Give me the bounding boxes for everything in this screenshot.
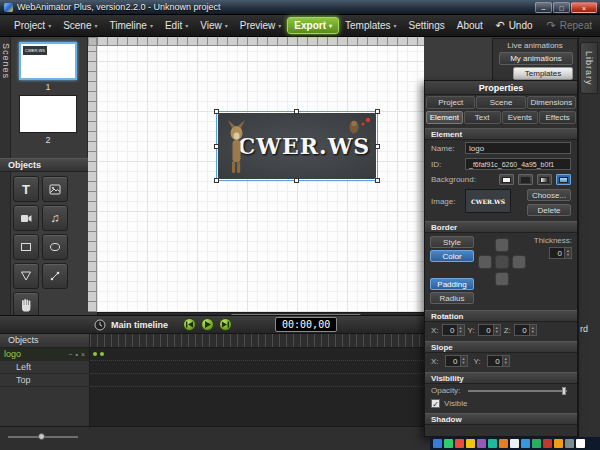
resize-handle-e[interactable] xyxy=(375,144,380,149)
id-input[interactable]: _f6faf91c_6260_4a95_b0f1 xyxy=(465,158,571,170)
border-style-button[interactable]: Style xyxy=(430,236,474,248)
line-tool-button[interactable] xyxy=(42,263,68,289)
tab-text[interactable]: Text xyxy=(464,111,501,124)
text-tool-button[interactable]: T xyxy=(13,176,39,202)
slope-y-stepper[interactable]: 0▲▼ xyxy=(487,355,510,367)
tab-scene[interactable]: Scene xyxy=(476,96,525,109)
opacity-slider-thumb[interactable] xyxy=(562,387,566,395)
menu-scene[interactable]: Scene▾ xyxy=(57,18,103,33)
visible-label: Visible xyxy=(444,399,467,408)
stepper-arrows-icon[interactable]: ▲▼ xyxy=(529,325,536,335)
close-button[interactable]: × xyxy=(571,2,597,13)
resize-handle-nw[interactable] xyxy=(214,109,219,114)
background-solid-button[interactable] xyxy=(518,174,533,185)
keyframe-marker[interactable] xyxy=(100,352,104,356)
border-padding-button[interactable]: Padding xyxy=(430,278,474,290)
background-image-button[interactable] xyxy=(556,174,571,185)
my-animations-button[interactable]: My animations xyxy=(499,52,573,65)
choose-image-button[interactable]: Choose... xyxy=(527,189,571,201)
image-tool-button[interactable] xyxy=(42,176,68,202)
rectangle-icon xyxy=(18,239,34,255)
selection-box[interactable]: CWER.WS xyxy=(216,111,378,181)
canvas-object-logo[interactable]: CWER.WS xyxy=(218,113,376,179)
rotation-y-stepper[interactable]: 0▲▼ xyxy=(478,324,501,336)
triangle-tool-button[interactable] xyxy=(13,263,39,289)
tab-project[interactable]: Project xyxy=(426,96,475,109)
border-side-left[interactable] xyxy=(478,255,492,269)
border-color-button[interactable]: Color xyxy=(430,250,474,262)
ellipse-tool-button[interactable] xyxy=(42,234,68,260)
play-button[interactable] xyxy=(201,318,214,331)
chevron-down-icon: ▾ xyxy=(278,22,281,29)
timeline-row-logo[interactable]: logo −•× xyxy=(0,348,89,361)
objects-toolbox: T ♫ xyxy=(13,176,73,318)
cartoon-character-art xyxy=(223,119,249,175)
resize-handle-sw[interactable] xyxy=(214,178,219,183)
stepper-arrows-icon[interactable]: ▲▼ xyxy=(564,248,571,258)
video-tool-button[interactable] xyxy=(13,205,39,231)
menu-edit[interactable]: Edit▾ xyxy=(159,18,194,33)
background-none-button[interactable] xyxy=(499,174,514,185)
timeline-row-top[interactable]: Top xyxy=(0,374,89,387)
border-side-center[interactable] xyxy=(495,255,509,269)
row-option-icons[interactable]: −•× xyxy=(68,351,85,358)
background-gradient-button[interactable] xyxy=(537,174,552,185)
menu-view[interactable]: View▾ xyxy=(194,18,234,33)
keyframe-marker[interactable] xyxy=(93,352,97,356)
name-input[interactable]: logo xyxy=(465,142,571,154)
menu-export[interactable]: Export▾ xyxy=(287,17,339,34)
rotation-section-header: Rotation xyxy=(425,310,577,322)
rectangle-tool-button[interactable] xyxy=(13,234,39,260)
menu-settings[interactable]: Settings xyxy=(403,18,451,33)
menu-project[interactable]: Project▾ xyxy=(8,18,57,33)
border-sides-selector[interactable] xyxy=(478,238,526,286)
menu-about[interactable]: About xyxy=(451,18,489,33)
zoom-slider-thumb[interactable] xyxy=(38,433,45,440)
opacity-slider[interactable] xyxy=(468,390,567,392)
stepper-arrows-icon[interactable]: ▲▼ xyxy=(457,325,464,335)
resize-handle-se[interactable] xyxy=(375,178,380,183)
repeat-button[interactable]: ↷Repeat xyxy=(547,19,592,32)
border-side-right[interactable] xyxy=(512,255,526,269)
stepper-arrows-icon[interactable]: ▲▼ xyxy=(493,325,500,335)
resize-handle-s[interactable] xyxy=(294,178,299,183)
timeline-row-left[interactable]: Left xyxy=(0,361,89,374)
thickness-stepper[interactable]: 0 ▲▼ xyxy=(549,247,572,259)
taskbar-peek xyxy=(430,437,600,450)
menu-preview[interactable]: Preview▾ xyxy=(234,18,288,33)
timeline-zoom-slider[interactable] xyxy=(8,436,78,438)
menu-templates[interactable]: Templates▾ xyxy=(339,18,403,33)
stepper-arrows-icon[interactable]: ▲▼ xyxy=(460,356,467,366)
image-icon xyxy=(47,181,63,197)
resize-handle-n[interactable] xyxy=(294,109,299,114)
stepper-arrows-icon[interactable]: ▲▼ xyxy=(502,356,509,366)
resize-handle-ne[interactable] xyxy=(375,109,380,114)
slope-x-stepper[interactable]: 0▲▼ xyxy=(445,355,468,367)
skip-start-icon xyxy=(185,320,194,329)
audio-tool-button[interactable]: ♫ xyxy=(42,205,68,231)
resize-handle-w[interactable] xyxy=(214,144,219,149)
window-titlebar[interactable]: WebAnimator Plus, version2.2.0 - Unknown… xyxy=(0,0,600,15)
skip-end-button[interactable] xyxy=(219,318,232,331)
visible-checkbox[interactable]: ✓ xyxy=(431,399,440,408)
rotation-x-stepper[interactable]: 0▲▼ xyxy=(442,324,465,336)
tab-element[interactable]: Element xyxy=(426,111,463,124)
delete-image-button[interactable]: Delete xyxy=(527,204,571,216)
scene-thumbnail-1[interactable]: CWER.WS xyxy=(19,42,77,80)
border-radius-button[interactable]: Radius xyxy=(430,292,474,304)
minimize-button[interactable]: – xyxy=(535,2,552,13)
menu-timeline[interactable]: Timeline▾ xyxy=(104,18,159,33)
border-side-top[interactable] xyxy=(495,238,509,252)
templates-button[interactable]: Templates xyxy=(513,67,573,80)
border-side-bottom[interactable] xyxy=(495,272,509,286)
scene-thumbnail-2[interactable] xyxy=(19,95,77,133)
maximize-button[interactable]: □ xyxy=(553,2,570,13)
tab-events[interactable]: Events xyxy=(502,111,539,124)
rotation-z-stepper[interactable]: 0▲▼ xyxy=(514,324,537,336)
skip-start-button[interactable] xyxy=(183,318,196,331)
undo-button[interactable]: ↶Undo xyxy=(495,19,532,32)
tab-dimensions[interactable]: Dimensions xyxy=(527,96,576,109)
library-tab[interactable]: Library xyxy=(580,42,598,94)
tab-effects[interactable]: Effects xyxy=(539,111,576,124)
scenes-side-tab[interactable]: Scenes xyxy=(0,37,11,315)
